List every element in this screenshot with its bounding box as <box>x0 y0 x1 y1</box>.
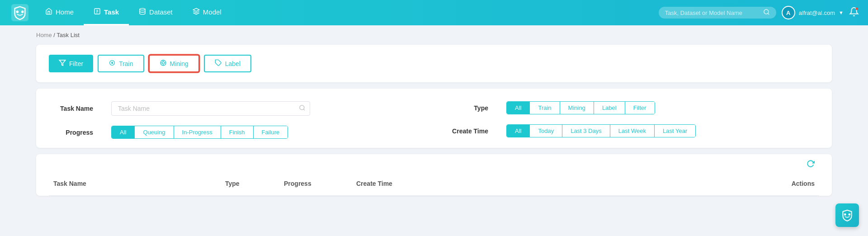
breadcrumb: Home / Task List <box>0 25 868 45</box>
type-filter-label: Type <box>448 104 488 112</box>
refresh-button[interactable] <box>807 160 815 170</box>
mining-type-button[interactable]: Mining <box>149 55 199 72</box>
type-chip-all[interactable]: All <box>507 102 530 114</box>
create-time-chip-today[interactable]: Today <box>530 125 562 137</box>
progress-filter-label: Progress <box>52 129 93 136</box>
svg-point-8 <box>764 9 769 14</box>
nav-model[interactable]: Model <box>183 0 231 25</box>
progress-chip-queuing[interactable]: Queuing <box>135 126 174 138</box>
search-icon[interactable] <box>763 9 770 17</box>
type-filter-row: Type All Train Mining Label Filter <box>448 101 816 114</box>
filter-type-button[interactable]: Filter <box>49 55 93 72</box>
task-type-buttons: Filter Train Mining Lab <box>49 55 819 72</box>
dataset-icon <box>139 8 146 17</box>
mining-btn-label: Mining <box>170 60 189 67</box>
filter-two-columns: Task Name Progress All Queuing In-Progr <box>52 101 816 139</box>
type-chip-train[interactable]: Train <box>530 102 560 114</box>
progress-chip-failure[interactable]: Failure <box>254 126 288 138</box>
task-name-input-wrapper <box>111 101 310 116</box>
label-type-button[interactable]: Label <box>204 55 251 72</box>
create-time-chip-last3days[interactable]: Last 3 Days <box>562 125 610 137</box>
type-chip-label[interactable]: Label <box>594 102 625 114</box>
model-icon <box>193 8 200 17</box>
filter-form-card: Task Name Progress All Queuing In-Progr <box>36 89 832 148</box>
breadcrumb-home[interactable]: Home <box>36 32 52 38</box>
nav-right: A alfrat@al.com ▼ <box>659 6 859 19</box>
nav-home[interactable]: Home <box>35 0 84 25</box>
main-content: Filter Train Mining Lab <box>0 45 868 205</box>
train-btn-icon <box>108 59 116 68</box>
nav-items: Home Task Dataset Model <box>35 0 659 25</box>
svg-point-1 <box>16 10 19 13</box>
nav-dataset[interactable]: Dataset <box>129 0 183 25</box>
filter-btn-label: Filter <box>69 60 83 67</box>
task-icon <box>94 8 101 17</box>
svg-point-13 <box>112 62 113 64</box>
filter-right-col: Type All Train Mining Label Filter Creat… <box>448 101 816 137</box>
nav-model-label: Model <box>203 8 222 16</box>
breadcrumb-current: Task List <box>57 32 80 38</box>
svg-point-10 <box>856 7 859 10</box>
task-name-row: Task Name <box>52 101 420 116</box>
label-btn-label: Label <box>225 60 241 67</box>
task-name-input[interactable] <box>111 101 310 116</box>
create-time-row: Create Time All Today Last 3 Days Last W… <box>448 124 816 137</box>
task-name-search-icon <box>299 104 306 113</box>
mining-btn-icon <box>160 59 167 68</box>
filter-btn-icon <box>59 59 66 68</box>
nav-task-label: Task <box>104 8 119 16</box>
floating-ai-button[interactable] <box>835 203 859 205</box>
svg-point-21 <box>300 105 304 110</box>
search-box[interactable] <box>659 7 776 19</box>
svg-point-15 <box>162 61 164 64</box>
train-btn-label: Train <box>119 60 133 67</box>
avatar: A <box>782 6 795 19</box>
train-type-button[interactable]: Train <box>98 55 144 72</box>
task-table-wrapper: Task Name Type Progress Create Time Acti… <box>36 154 832 196</box>
type-chip-mining[interactable]: Mining <box>560 102 594 114</box>
svg-line-9 <box>768 13 769 14</box>
create-time-chips: All Today Last 3 Days Last Week Last Yea… <box>506 124 696 137</box>
task-name-filter-label: Task Name <box>52 105 93 112</box>
column-create-time: Create Time <box>356 180 733 187</box>
progress-chip-all[interactable]: All <box>112 126 135 138</box>
table-header: Task Name Type Progress Create Time Acti… <box>49 172 819 196</box>
chevron-down-icon: ▼ <box>839 10 844 15</box>
refresh-area <box>49 154 819 172</box>
progress-chip-finish[interactable]: Finish <box>221 126 254 138</box>
user-email: alfrat@al.com <box>799 9 835 16</box>
type-chips: All Train Mining Label Filter <box>506 101 655 114</box>
navbar: Home Task Dataset Model <box>0 0 868 25</box>
nav-dataset-label: Dataset <box>149 8 173 16</box>
progress-chip-inprogress[interactable]: In-Progress <box>174 126 221 138</box>
svg-marker-11 <box>59 60 65 66</box>
type-chip-filter[interactable]: Filter <box>625 102 655 114</box>
column-task-name: Task Name <box>53 180 225 187</box>
progress-chips: All Queuing In-Progress Finish Failure <box>111 126 288 139</box>
filter-left-col: Task Name Progress All Queuing In-Progr <box>52 101 420 139</box>
svg-point-2 <box>21 10 24 13</box>
create-time-chip-all[interactable]: All <box>507 125 530 137</box>
nav-home-label: Home <box>56 8 74 16</box>
svg-line-22 <box>303 109 305 110</box>
user-info[interactable]: A alfrat@al.com ▼ <box>782 6 844 19</box>
nav-task[interactable]: Task <box>84 0 129 25</box>
notification-icon[interactable] <box>849 7 859 19</box>
progress-row: Progress All Queuing In-Progress Finish … <box>52 126 420 139</box>
create-time-chip-lastweek[interactable]: Last Week <box>610 125 655 137</box>
column-progress: Progress <box>284 180 356 187</box>
column-type: Type <box>225 180 284 187</box>
task-type-card: Filter Train Mining Lab <box>36 45 832 82</box>
create-time-filter-label: Create Time <box>448 127 488 135</box>
column-actions: Actions <box>733 180 815 187</box>
svg-point-7 <box>140 8 145 10</box>
label-btn-icon <box>215 59 222 68</box>
search-input[interactable] <box>665 9 760 16</box>
home-icon <box>45 8 52 17</box>
logo[interactable] <box>9 2 31 24</box>
create-time-chip-lastyear[interactable]: Last Year <box>655 125 695 137</box>
